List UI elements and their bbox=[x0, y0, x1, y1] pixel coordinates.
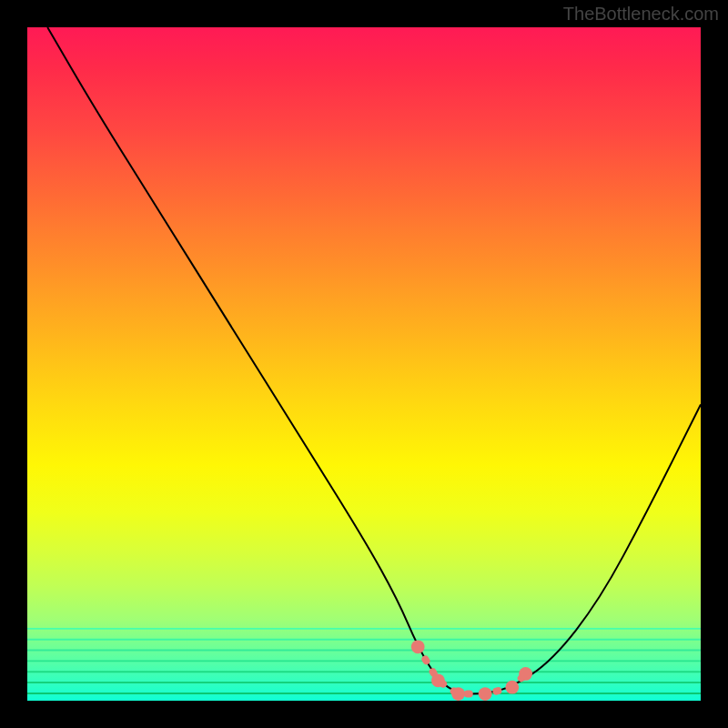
watermark-text: TheBottleneck.com bbox=[563, 4, 719, 25]
svg-point-7 bbox=[411, 640, 425, 653]
svg-point-11 bbox=[505, 681, 519, 694]
plot-area bbox=[27, 27, 701, 701]
highlight-segment bbox=[27, 27, 701, 701]
svg-point-8 bbox=[431, 673, 445, 687]
svg-point-12 bbox=[519, 667, 532, 681]
svg-point-10 bbox=[479, 687, 492, 701]
svg-point-9 bbox=[451, 687, 465, 701]
